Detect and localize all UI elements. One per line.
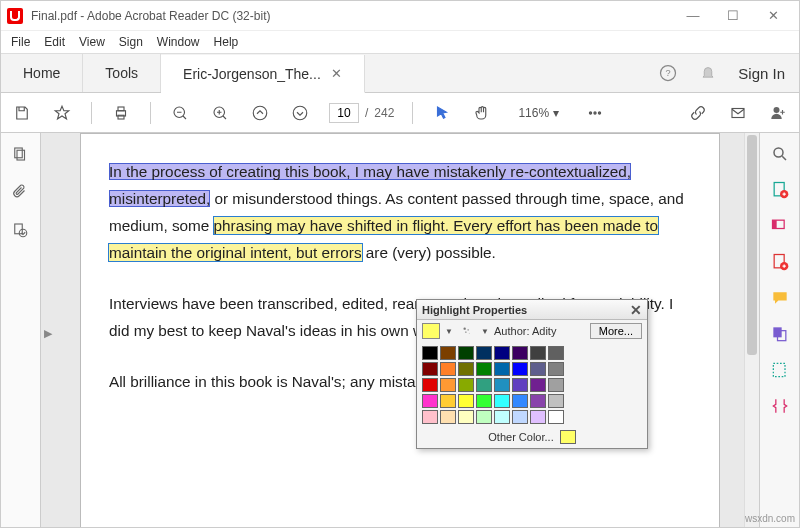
current-color-swatch[interactable] [422, 323, 440, 339]
color-swatch[interactable] [530, 410, 546, 424]
color-swatch[interactable] [476, 346, 492, 360]
color-swatch[interactable] [530, 378, 546, 392]
color-swatch[interactable] [512, 378, 528, 392]
color-swatch[interactable] [458, 346, 474, 360]
star-icon[interactable] [51, 102, 73, 124]
selection-tool-icon[interactable] [431, 102, 453, 124]
page-up-icon[interactable] [249, 102, 271, 124]
zoom-in-icon[interactable] [209, 102, 231, 124]
compress-icon[interactable] [769, 395, 791, 417]
color-swatch[interactable] [422, 410, 438, 424]
highlight-properties-popup[interactable]: Highlight Properties ✕ ▼ ▼ Author: Adity… [416, 299, 648, 449]
color-swatch[interactable] [440, 362, 456, 376]
share-link-icon[interactable] [687, 102, 709, 124]
color-swatch[interactable] [440, 378, 456, 392]
print-icon[interactable] [110, 102, 132, 124]
color-dropdown-icon[interactable]: ▼ [444, 327, 454, 336]
color-swatch[interactable] [494, 346, 510, 360]
minimize-button[interactable]: — [673, 1, 713, 31]
maximize-button[interactable]: ☐ [713, 1, 753, 31]
comment-icon[interactable] [769, 287, 791, 309]
close-button[interactable]: ✕ [753, 1, 793, 31]
popup-close-icon[interactable]: ✕ [630, 302, 642, 318]
color-swatch[interactable] [440, 394, 456, 408]
other-color-row[interactable]: Other Color... [417, 428, 647, 448]
color-swatch[interactable] [422, 378, 438, 392]
color-swatch[interactable] [422, 394, 438, 408]
opacity-dropdown-icon[interactable]: ▼ [480, 327, 490, 336]
color-swatch[interactable] [548, 410, 564, 424]
zoom-out-icon[interactable] [169, 102, 191, 124]
color-swatch[interactable] [458, 362, 474, 376]
page-down-icon[interactable] [289, 102, 311, 124]
tab-document[interactable]: Eric-Jorgenson_The... ✕ [161, 55, 365, 93]
color-swatch[interactable] [422, 346, 438, 360]
save-icon[interactable] [11, 102, 33, 124]
color-swatch[interactable] [476, 394, 492, 408]
hand-tool-icon[interactable] [471, 102, 493, 124]
color-swatch[interactable] [530, 346, 546, 360]
color-swatch[interactable] [512, 362, 528, 376]
other-color-swatch[interactable] [560, 430, 576, 444]
page-current-input[interactable] [329, 103, 359, 123]
menu-edit[interactable]: Edit [44, 35, 65, 49]
color-swatch[interactable] [512, 410, 528, 424]
color-swatch[interactable] [512, 394, 528, 408]
color-swatch[interactable] [494, 378, 510, 392]
toolbar: / 242 116% ▾ [1, 93, 799, 133]
menu-view[interactable]: View [79, 35, 105, 49]
color-swatch[interactable] [548, 378, 564, 392]
tab-close-icon[interactable]: ✕ [331, 66, 342, 81]
search-icon[interactable] [769, 143, 791, 165]
more-tools-icon[interactable] [584, 102, 606, 124]
email-icon[interactable] [727, 102, 749, 124]
opacity-icon[interactable] [458, 323, 476, 339]
vertical-scrollbar[interactable] [744, 133, 759, 527]
bell-icon[interactable] [698, 63, 718, 83]
color-swatch[interactable] [548, 362, 564, 376]
color-swatch[interactable] [494, 394, 510, 408]
export-pdf-icon[interactable] [769, 179, 791, 201]
color-swatch[interactable] [440, 410, 456, 424]
menu-window[interactable]: Window [157, 35, 200, 49]
menu-help[interactable]: Help [214, 35, 239, 49]
color-swatch[interactable] [476, 410, 492, 424]
titlebar: Final.pdf - Adobe Acrobat Reader DC (32-… [1, 1, 799, 31]
color-swatch[interactable] [548, 346, 564, 360]
color-swatch[interactable] [494, 362, 510, 376]
color-swatch[interactable] [458, 410, 474, 424]
tab-home[interactable]: Home [1, 54, 83, 92]
create-pdf-icon[interactable] [769, 251, 791, 273]
more-button[interactable]: More... [590, 323, 642, 339]
svg-rect-15 [17, 150, 25, 160]
color-swatch[interactable] [422, 362, 438, 376]
help-icon[interactable]: ? [658, 63, 678, 83]
color-swatch[interactable] [530, 362, 546, 376]
tab-row: Home Tools Eric-Jorgenson_The... ✕ ? Sig… [1, 53, 799, 93]
popup-titlebar[interactable]: Highlight Properties ✕ [417, 300, 647, 320]
panel-expand-left-icon[interactable]: ▶ [43, 313, 53, 353]
bookmarks-icon[interactable] [11, 221, 31, 241]
menu-sign[interactable]: Sign [119, 35, 143, 49]
color-swatch[interactable] [530, 394, 546, 408]
color-swatch[interactable] [458, 378, 474, 392]
color-swatch[interactable] [476, 362, 492, 376]
edit-pdf-icon[interactable] [769, 215, 791, 237]
organize-icon[interactable] [769, 359, 791, 381]
color-swatch[interactable] [458, 394, 474, 408]
attachments-icon[interactable] [11, 183, 31, 203]
color-swatch[interactable] [494, 410, 510, 424]
scrollbar-thumb[interactable] [747, 135, 757, 355]
zoom-dropdown[interactable]: 116% ▾ [511, 103, 566, 123]
add-person-icon[interactable] [767, 102, 789, 124]
sign-in-link[interactable]: Sign In [738, 65, 785, 82]
color-swatch[interactable] [512, 346, 528, 360]
document-viewport[interactable]: ▶ In the process of creating this book, … [41, 133, 759, 528]
color-swatch[interactable] [440, 346, 456, 360]
combine-icon[interactable] [769, 323, 791, 345]
menu-file[interactable]: File [11, 35, 30, 49]
tab-tools[interactable]: Tools [83, 54, 161, 92]
thumbnails-icon[interactable] [11, 145, 31, 165]
color-swatch[interactable] [476, 378, 492, 392]
color-swatch[interactable] [548, 394, 564, 408]
